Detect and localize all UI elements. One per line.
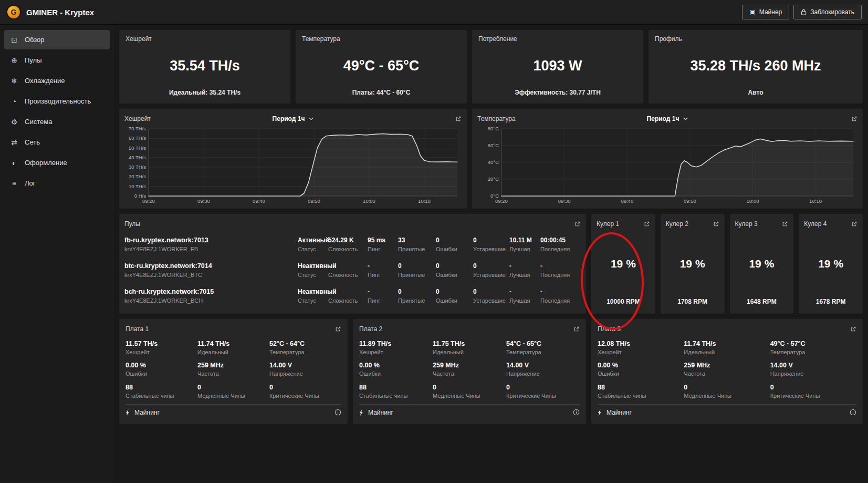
board-stat-label: Ошибки xyxy=(598,371,684,377)
board-stat: 0.00 %Ошибки xyxy=(359,362,433,377)
board-stat: 0.00 %Ошибки xyxy=(126,362,197,377)
stat-title: Профиль xyxy=(655,35,856,43)
expand-icon[interactable] xyxy=(851,116,857,122)
expand-icon[interactable] xyxy=(334,326,341,333)
board-stat: 12.08 TH/sХешрейт xyxy=(598,340,684,355)
board-stat-label: Ошибки xyxy=(126,371,197,377)
board-stat-value: 11.75 TH/s xyxy=(433,340,506,347)
chevron-down-icon xyxy=(308,117,313,120)
hashrate-chart-card: Хешрейт Период 1ч 09:2009:3009:4009:5010… xyxy=(119,109,467,209)
board-stat: 52°C - 64°CТемпература xyxy=(269,340,341,355)
cooler-card-4: Кулер 4 19 % 1678 RPM xyxy=(799,214,863,314)
board-stat-value: 11.74 TH/s xyxy=(684,340,770,347)
sidebar-item-pools[interactable]: ⊕ Пулы xyxy=(4,50,110,70)
pool-last: - xyxy=(540,262,579,270)
temperature-chart-card: Температура Период 1ч 09:2009:3009:4009:… xyxy=(472,109,863,209)
log-icon: ≡ xyxy=(9,179,19,188)
pool-last-label: Последняя xyxy=(540,246,579,252)
stat-title: Хешрейт xyxy=(126,35,284,43)
pool-difficulty-label: Сложность xyxy=(328,272,365,278)
pool-stale: 0 xyxy=(473,262,507,270)
sidebar-item-label: Производительность xyxy=(25,97,91,105)
expand-icon[interactable] xyxy=(851,221,857,228)
board-stat-label: Напряжение xyxy=(269,371,341,377)
period-dropdown[interactable]: Период 1ч xyxy=(273,115,314,122)
lock-button[interactable]: Заблокировать xyxy=(793,5,862,19)
expand-icon[interactable] xyxy=(574,221,581,228)
svg-text:09:50: 09:50 xyxy=(308,198,320,204)
board-stat-label: Хешрейт xyxy=(126,349,197,355)
board-card-3: Плата 3 12.08 TH/sХешрейт 11.74 TH/sИдеа… xyxy=(591,319,863,424)
board-stat: 11.74 TH/sИдеальный xyxy=(197,340,269,355)
stat-card-hashrate: Хешрейт 35.54 TH/s Идеальный: 35.24 TH/s xyxy=(119,30,290,104)
sidebar-item-system[interactable]: ⚙ Система xyxy=(4,112,110,131)
expand-icon[interactable] xyxy=(781,221,788,228)
pool-row: btc-ru.kryptex.network:7014 krxY4E8EZJ.1… xyxy=(124,262,581,278)
hashrate-chart: 09:2009:3009:4009:5010:0010:1070 TH/s60 … xyxy=(124,125,462,204)
board-stat-label: Частота xyxy=(433,371,506,377)
cooler-title: Кулер 2 xyxy=(666,220,688,228)
period-dropdown[interactable]: Период 1ч xyxy=(647,115,688,122)
board-stat-label: Идеальный xyxy=(197,349,269,355)
info-icon[interactable] xyxy=(850,409,856,416)
stat-value: 35.54 TH/s xyxy=(126,58,284,74)
board-stat-label: Частота xyxy=(197,371,269,377)
svg-text:50 TH/s: 50 TH/s xyxy=(129,145,146,151)
board-stat-value: 0 xyxy=(506,384,580,391)
pool-ping-label: Пинг xyxy=(368,246,396,252)
sidebar-item-appearance[interactable]: ◐ Оформление xyxy=(4,153,110,172)
svg-text:20 TH/s: 20 TH/s xyxy=(129,173,146,179)
board-stat-label: Идеальный xyxy=(684,349,770,355)
sidebar-item-network[interactable]: ⇄ Сеть xyxy=(4,132,110,152)
pool-errors-label: Ошибки xyxy=(436,272,471,278)
topbar-actions: ▣ Майнер Заблокировать xyxy=(742,5,862,19)
pool-difficulty: - xyxy=(328,262,365,270)
lock-button-label: Заблокировать xyxy=(810,8,854,16)
cooler-title: Кулер 1 xyxy=(597,220,619,228)
sidebar-item-performance[interactable]: ◔ Производительность xyxy=(4,91,110,111)
pool-rows: fb-ru.kryptex.network:7013 krxY4E8EZJ.1W… xyxy=(124,230,581,310)
info-icon[interactable] xyxy=(573,409,580,416)
pool-best-label: Лучшая xyxy=(509,272,538,278)
pools-card: Пулы fb-ru.kryptex.network:7013 krxY4E8E… xyxy=(119,214,586,314)
sidebar-item-overview[interactable]: ⊡ Обзор xyxy=(4,30,110,49)
appearance-icon: ◐ xyxy=(9,159,19,167)
board-stat-label: Критические Чипы xyxy=(269,393,341,399)
cooler-rpm: 10000 RPM xyxy=(597,298,650,305)
bolt-icon xyxy=(126,409,130,416)
expand-icon[interactable] xyxy=(713,221,719,228)
board-stat-label: Температура xyxy=(770,349,856,355)
expand-icon[interactable] xyxy=(455,116,462,122)
expand-icon[interactable] xyxy=(643,221,650,228)
expand-icon[interactable] xyxy=(850,326,856,333)
pool-accepted: 33 xyxy=(398,237,434,244)
pool-status-label: Статус xyxy=(298,272,326,278)
cooler-percent: 19 % xyxy=(735,230,789,298)
svg-text:0 H/s: 0 H/s xyxy=(134,193,146,199)
pool-accepted: 0 xyxy=(398,262,434,270)
pool-last: 00:00:45 xyxy=(540,237,579,244)
pool-ping-label: Пинг xyxy=(368,297,396,304)
pool-worker: krxY4E8EZJ.1WORKER_BTC xyxy=(124,272,298,278)
svg-text:80°C: 80°C xyxy=(488,126,499,131)
board-title: Плата 3 xyxy=(598,325,621,333)
board-stat-value: 14.00 V xyxy=(269,362,341,369)
board-stat-label: Температура xyxy=(506,349,580,355)
board-stat-value: 11.57 TH/s xyxy=(126,340,197,347)
bolt-icon xyxy=(598,409,602,416)
sidebar-item-cooling[interactable]: ❄ Охлаждение xyxy=(4,71,110,90)
pool-ping: - xyxy=(368,262,396,270)
pool-errors: 0 xyxy=(436,262,471,270)
board-title: Плата 2 xyxy=(359,325,382,333)
expand-icon[interactable] xyxy=(573,326,580,333)
miner-button[interactable]: ▣ Майнер xyxy=(742,5,789,19)
stat-card-temperature: Температура 49°C - 65°C Платы: 44°C - 60… xyxy=(296,30,467,104)
sidebar-item-log[interactable]: ≡ Лог xyxy=(4,173,110,193)
svg-text:30 TH/s: 30 TH/s xyxy=(129,164,146,170)
board-stat: 11.75 TH/sИдеальный xyxy=(433,340,506,355)
chart-title: Температура xyxy=(477,115,516,122)
board-stat-value: 88 xyxy=(598,384,684,391)
pool-status: Неактивный xyxy=(298,262,326,270)
info-icon[interactable] xyxy=(334,409,341,416)
pool-difficulty-label: Сложность xyxy=(328,246,365,252)
